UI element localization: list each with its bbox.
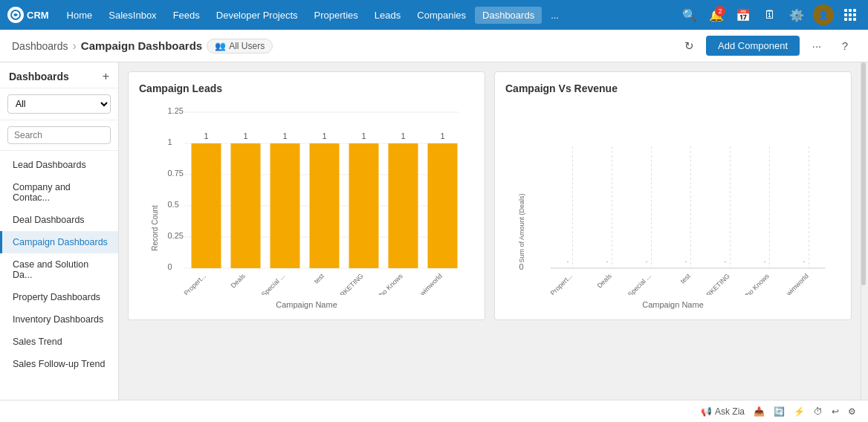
bar-5[interactable] (349, 143, 379, 268)
svg-text:wimworld: wimworld (785, 272, 810, 295)
search-icon[interactable]: 🔍 (679, 4, 700, 25)
svg-text:Deals: Deals (230, 272, 247, 290)
settings-bottom-button[interactable]: ⚙ (848, 406, 856, 417)
sidebar-item-lead-dashboards[interactable]: Lead Dashboards (0, 154, 118, 176)
svg-text:-: - (803, 258, 806, 265)
sidebar-item-inventory-dashboards[interactable]: Inventory Dashboards (0, 308, 118, 331)
nav-more[interactable]: ... (543, 7, 566, 24)
scrollbar-thumb[interactable] (861, 62, 866, 285)
undo-icon: ↩ (832, 406, 839, 417)
notification-icon[interactable]: 🔔 2 (706, 4, 727, 25)
users-icon: 👥 (215, 41, 226, 51)
svg-text:Awesome Propert...: Awesome Propert... (161, 272, 207, 295)
svg-text:0.75: 0.75 (168, 169, 184, 178)
refresh-button[interactable]: ↻ (678, 35, 700, 57)
svg-text:test: test (679, 272, 693, 285)
zap-button[interactable]: ⚡ (794, 406, 805, 417)
sidebar: Dashboards + All Lead Dashboards Company… (0, 62, 119, 400)
svg-text:0.5: 0.5 (168, 200, 179, 209)
sidebar-nav: Lead Dashboards Company and Contac... De… (0, 151, 118, 400)
avatar[interactable]: 👤 (813, 4, 834, 25)
undo-button[interactable]: ↩ (832, 406, 839, 417)
svg-text:0: 0 (168, 262, 172, 271)
charts-row: Campaign Leads 1.25 1 0.75 0.5 0.25 0 (128, 71, 852, 320)
sidebar-item-case-solution[interactable]: Case and Solution Da... (0, 253, 118, 286)
bar-3[interactable] (271, 143, 300, 268)
help-button[interactable]: ? (834, 35, 856, 57)
svg-text:Deals: Deals (596, 272, 614, 290)
svg-text:1: 1 (361, 132, 366, 140)
breadcrumb-parent[interactable]: Dashboards (12, 40, 68, 52)
breadcrumb-sep: › (73, 39, 77, 53)
content-area: Campaign Leads 1.25 1 0.75 0.5 0.25 0 (119, 62, 861, 400)
calendar-icon[interactable]: 🗓 (760, 4, 780, 25)
svg-text:-: - (646, 258, 648, 265)
scrollbar-track[interactable] (861, 62, 868, 400)
import-button[interactable]: 📥 (754, 406, 765, 417)
grid-icon[interactable] (840, 4, 861, 25)
svg-text:1: 1 (204, 132, 208, 140)
nav-developer-projects[interactable]: Developer Projects (209, 7, 305, 24)
ask-zia-label: Ask Zia (715, 406, 745, 417)
sidebar-header: Dashboards + (0, 62, 118, 88)
sidebar-search-container (0, 120, 118, 151)
sidebar-item-campaign-dashboards[interactable]: Campaign Dashboards (0, 231, 118, 253)
logo-icon (7, 7, 24, 23)
sidebar-add-button[interactable]: + (103, 70, 109, 83)
svg-text:TEST MARKETING: TEST MARKETING (318, 272, 365, 295)
campaign-revenue-title: Campaign Vs Revenue (505, 82, 841, 94)
campaign-revenue-card: Campaign Vs Revenue 0 - - (494, 71, 852, 320)
svg-text:-: - (567, 258, 569, 265)
sidebar-title: Dashboards (9, 71, 69, 82)
bar-2[interactable] (231, 143, 261, 268)
nav-items: Home SalesInbox Feeds Developer Projects… (59, 7, 679, 24)
campaign-revenue-chart-svg: 0 - - - - - - (505, 102, 841, 295)
sidebar-item-company-contact[interactable]: Company and Contac... (0, 176, 118, 209)
nav-feeds[interactable]: Feeds (166, 7, 207, 24)
megaphone-icon: 📢 (701, 406, 712, 417)
bar-1[interactable] (192, 143, 221, 268)
clock-button[interactable]: ⏱ (814, 406, 823, 417)
settings-icon[interactable]: ⚙️ (786, 4, 807, 25)
bar-6[interactable] (389, 143, 418, 268)
add-component-button[interactable]: Add Component (706, 36, 800, 56)
all-users-badge[interactable]: 👥 All Users (207, 39, 273, 53)
bar-4[interactable] (310, 143, 340, 268)
filter-select[interactable]: All (7, 94, 111, 114)
nav-dashboards[interactable]: Dashboards (475, 7, 542, 24)
nav-leads[interactable]: Leads (367, 7, 408, 24)
svg-text:-: - (685, 258, 687, 265)
all-users-label: All Users (229, 41, 265, 51)
nav-home[interactable]: Home (59, 7, 100, 24)
crm-logo[interactable]: CRM (7, 7, 49, 23)
refresh-bottom-button[interactable]: 🔄 (774, 406, 785, 417)
ask-zia-button[interactable]: 📢 Ask Zia (701, 406, 745, 417)
svg-text:1: 1 (282, 132, 287, 140)
svg-text:Who Knows: Who Knows (740, 272, 771, 295)
svg-text:Awesome Propert...: Awesome Propert... (527, 272, 574, 295)
notification-badge: 2 (715, 6, 725, 16)
svg-text:1: 1 (401, 132, 405, 140)
campaign-leads-card: Campaign Leads 1.25 1 0.75 0.5 0.25 0 (128, 71, 485, 320)
sidebar-filter: All (0, 88, 118, 120)
svg-text:TEST MARKETING: TEST MARKETING (684, 272, 731, 295)
sidebar-item-property-dashboards[interactable]: Property Dashboards (0, 286, 118, 308)
nav-right: 🔍 🔔 2 📅 🗓 ⚙️ 👤 (679, 4, 861, 25)
svg-text:Record Count: Record Count (151, 205, 159, 251)
nav-companies[interactable]: Companies (409, 7, 473, 24)
svg-text:0.25: 0.25 (168, 231, 184, 240)
nav-properties[interactable]: Properties (307, 7, 366, 24)
nav-salesinbox[interactable]: SalesInbox (101, 7, 163, 24)
calendar-add-icon[interactable]: 📅 (733, 4, 754, 25)
sidebar-item-sales-followup[interactable]: Sales Follow-up Trend (0, 353, 118, 375)
svg-text:test: test (313, 272, 326, 285)
search-input[interactable] (7, 126, 111, 144)
svg-text:-: - (725, 258, 727, 265)
svg-text:1: 1 (168, 137, 172, 146)
more-options-button[interactable]: ··· (806, 35, 828, 57)
campaign-leads-chart-svg: 1.25 1 0.75 0.5 0.25 0 Record Count (139, 102, 474, 295)
bar-7[interactable] (428, 143, 458, 268)
sidebar-item-deal-dashboards[interactable]: Deal Dashboards (0, 209, 118, 231)
svg-text:1.25: 1.25 (168, 106, 184, 115)
sidebar-item-sales-trend[interactable]: Sales Trend (0, 331, 118, 353)
